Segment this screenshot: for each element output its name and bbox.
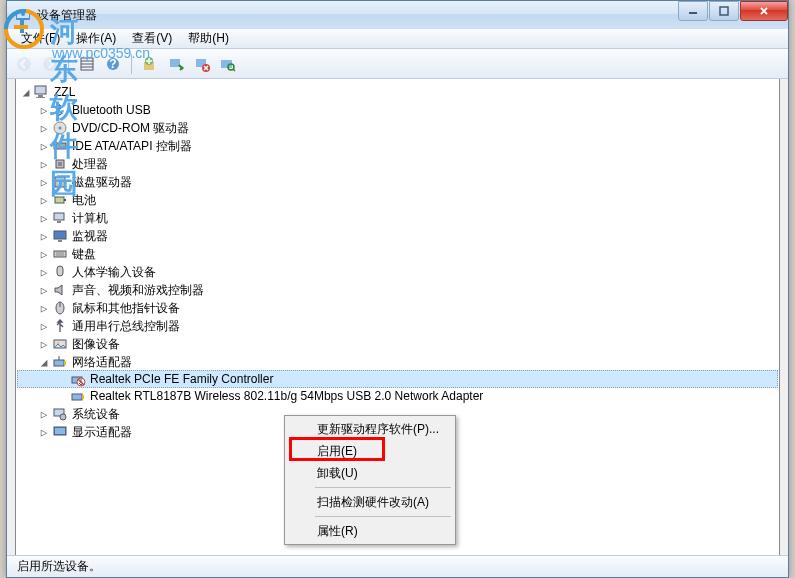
titlebar[interactable]: 设备管理器 xyxy=(7,1,788,29)
menu-file[interactable]: 文件(F) xyxy=(13,28,68,49)
node-label: 键盘 xyxy=(72,246,96,263)
tree-node[interactable]: ▷ 图像设备 xyxy=(18,335,777,353)
net-icon xyxy=(70,388,86,404)
svg-rect-60 xyxy=(55,428,65,434)
tree-node[interactable]: ▷ 电池 xyxy=(18,191,777,209)
tree-node[interactable]: ▷ 人体学输入设备 xyxy=(18,263,777,281)
node-label: 鼠标和其他指针设备 xyxy=(72,300,180,317)
root-label: ZZL xyxy=(54,85,75,99)
expander-icon[interactable]: ▷ xyxy=(36,320,52,333)
svg-rect-8 xyxy=(720,7,728,15)
node-label: DVD/CD-ROM 驱动器 xyxy=(72,120,189,137)
svg-rect-31 xyxy=(55,144,57,148)
tree-node-adapter[interactable]: Realtek PCIe FE Family Controller xyxy=(17,370,778,388)
toolbar: ? xyxy=(7,49,788,79)
statusbar: 启用所选设备。 xyxy=(7,555,788,577)
disc-icon xyxy=(52,120,68,136)
svg-rect-56 xyxy=(82,395,84,399)
svg-rect-27 xyxy=(36,97,45,98)
node-label: IDE ATA/ATAPI 控制器 xyxy=(72,138,192,155)
image-icon xyxy=(52,336,68,352)
node-label: 处理器 xyxy=(72,156,108,173)
tree-node[interactable]: ▷ Bluetooth USB xyxy=(18,101,777,119)
device-tree-area[interactable]: ◢ ZZL ▷ Bluetooth USB ▷ DVD/CD-ROM 驱动器 ▷… xyxy=(15,79,780,557)
cm-uninstall[interactable]: 卸载(U) xyxy=(287,462,453,484)
window-title: 设备管理器 xyxy=(37,7,677,24)
help-button[interactable]: ? xyxy=(102,53,124,75)
net-disabled-icon xyxy=(70,371,86,387)
cm-update-driver[interactable]: 更新驱动程序软件(P)... xyxy=(287,418,453,440)
expander-icon[interactable]: ▷ xyxy=(36,122,52,135)
menu-view[interactable]: 查看(V) xyxy=(124,28,180,49)
svg-point-10 xyxy=(43,57,57,71)
menu-help[interactable]: 帮助(H) xyxy=(180,28,237,49)
expander-icon[interactable]: ▷ xyxy=(36,230,52,243)
expander-icon[interactable]: ▷ xyxy=(36,248,52,261)
expander-icon[interactable]: ▷ xyxy=(36,284,52,297)
cm-enable[interactable]: 启用(E) xyxy=(287,440,453,462)
statusbar-text: 启用所选设备。 xyxy=(17,558,101,575)
expander-icon[interactable]: ▷ xyxy=(36,212,52,225)
expander-icon[interactable]: ▷ xyxy=(36,338,52,351)
expander-icon[interactable]: ▷ xyxy=(36,426,52,439)
tree-node[interactable]: ▷ 声音、视频和游戏控制器 xyxy=(18,281,777,299)
svg-rect-42 xyxy=(54,251,66,257)
uninstall-button[interactable] xyxy=(191,53,213,75)
expander-icon[interactable]: ▷ xyxy=(36,266,52,279)
svg-rect-37 xyxy=(64,199,66,201)
tree-node[interactable]: ▷ 磁盘驱动器 xyxy=(18,173,777,191)
svg-rect-7 xyxy=(689,12,697,14)
close-button[interactable] xyxy=(740,1,788,21)
expander-icon[interactable]: ▷ xyxy=(36,176,52,189)
keyboard-icon xyxy=(52,246,68,262)
expander-icon[interactable]: ▷ xyxy=(36,158,52,171)
scan-hardware-button[interactable] xyxy=(217,53,239,75)
enable-button[interactable] xyxy=(165,53,187,75)
system-icon xyxy=(52,406,68,422)
tree-node[interactable]: ▷ 计算机 xyxy=(18,209,777,227)
svg-rect-36 xyxy=(55,197,64,203)
bluetooth-icon xyxy=(52,102,68,118)
node-label: 监视器 xyxy=(72,228,108,245)
tree-node[interactable]: ▷ 通用串行总线控制器 xyxy=(18,317,777,335)
app-icon xyxy=(15,7,31,23)
node-label: Realtek PCIe FE Family Controller xyxy=(90,372,273,386)
update-driver-button[interactable] xyxy=(139,53,161,75)
expander-icon[interactable]: ▷ xyxy=(36,302,52,315)
cm-scan-hardware[interactable]: 扫描检测硬件改动(A) xyxy=(287,491,453,513)
node-label: 人体学输入设备 xyxy=(72,264,156,281)
expander-icon[interactable]: ▷ xyxy=(36,194,52,207)
node-label: 系统设备 xyxy=(72,406,120,423)
svg-rect-39 xyxy=(57,221,61,223)
tree-node[interactable]: ▷ IDE ATA/ATAPI 控制器 xyxy=(18,137,777,155)
node-label: Realtek RTL8187B Wireless 802.11b/g 54Mb… xyxy=(90,389,483,403)
tree-node-adapter[interactable]: Realtek RTL8187B Wireless 802.11b/g 54Mb… xyxy=(18,387,777,405)
menu-action[interactable]: 操作(A) xyxy=(68,28,124,49)
node-label: Bluetooth USB xyxy=(72,103,151,117)
usb-icon xyxy=(52,318,68,334)
tree-node[interactable]: ▷ 监视器 xyxy=(18,227,777,245)
show-hide-tree-button[interactable] xyxy=(76,53,98,75)
maximize-button[interactable] xyxy=(709,1,739,21)
root-node[interactable]: ◢ ZZL xyxy=(18,83,777,101)
svg-rect-52 xyxy=(64,361,66,365)
cm-properties[interactable]: 属性(R) xyxy=(287,520,453,542)
node-label: 网络适配器 xyxy=(72,354,132,371)
separator xyxy=(315,487,451,488)
tree-node[interactable]: ▷ DVD/CD-ROM 驱动器 xyxy=(18,119,777,137)
expander-icon[interactable]: ▷ xyxy=(36,408,52,421)
minimize-button[interactable] xyxy=(678,1,708,21)
tree-node[interactable]: ▷ 鼠标和其他指针设备 xyxy=(18,299,777,317)
svg-rect-25 xyxy=(35,86,46,94)
forward-button xyxy=(39,53,61,75)
tree-node[interactable]: ▷ 键盘 xyxy=(18,245,777,263)
expander-icon[interactable]: ▷ xyxy=(36,104,52,117)
expander-icon[interactable]: ◢ xyxy=(18,86,34,99)
svg-rect-40 xyxy=(54,231,66,239)
expander-icon[interactable]: ▷ xyxy=(36,140,52,153)
tree-node[interactable]: ▷ 处理器 xyxy=(18,155,777,173)
display-icon xyxy=(52,424,68,440)
expander-icon[interactable]: ◢ xyxy=(36,356,52,369)
tree-node-network[interactable]: ◢ 网络适配器 xyxy=(18,353,777,371)
node-label: 显示适配器 xyxy=(72,424,132,441)
